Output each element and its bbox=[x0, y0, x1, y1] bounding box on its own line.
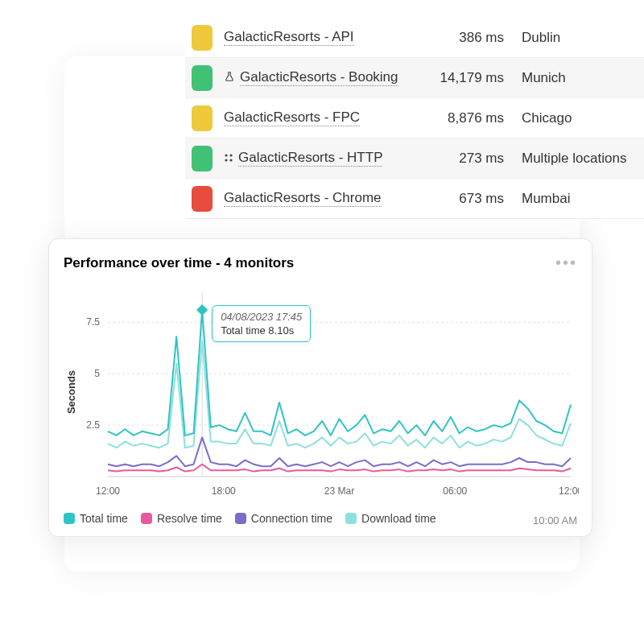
location: Munich bbox=[522, 70, 633, 86]
status-badge bbox=[192, 65, 213, 91]
legend-download-time[interactable]: Download time bbox=[345, 512, 436, 525]
monitor-name-link[interactable]: GalacticResorts - Booking bbox=[240, 69, 398, 86]
more-icon[interactable]: ••• bbox=[555, 254, 577, 272]
table-row[interactable]: GalacticResorts - API 386 ms Dublin bbox=[185, 18, 644, 58]
table-row[interactable]: GalacticResorts - Booking 14,179 ms Muni… bbox=[185, 58, 644, 98]
svg-point-1 bbox=[229, 154, 232, 156]
status-badge bbox=[192, 146, 213, 171]
location: Dublin bbox=[522, 30, 633, 46]
status-badge bbox=[192, 25, 213, 51]
svg-text:Seconds: Seconds bbox=[65, 370, 77, 414]
tooltip-value: Total time 8.10s bbox=[221, 324, 302, 336]
response-time: 8,876 ms bbox=[433, 110, 522, 126]
svg-point-2 bbox=[225, 159, 227, 161]
monitor-name-link[interactable]: GalacticResorts - HTTP bbox=[238, 150, 382, 167]
table-row[interactable]: GalacticResorts - Chrome 673 ms Mumbai bbox=[185, 179, 644, 219]
monitor-name-link[interactable]: GalacticResorts - Chrome bbox=[224, 190, 382, 207]
response-time: 673 ms bbox=[433, 191, 522, 207]
svg-text:7.5: 7.5 bbox=[86, 316, 100, 328]
svg-text:12:00: 12:00 bbox=[559, 485, 579, 497]
svg-text:23 Mar: 23 Mar bbox=[324, 485, 354, 497]
response-time: 14,179 ms bbox=[433, 70, 522, 86]
location: Mumbai bbox=[522, 191, 633, 207]
timestamp: 10:00 AM bbox=[533, 514, 577, 526]
response-time: 386 ms bbox=[433, 30, 522, 46]
legend-total-time[interactable]: Total time bbox=[64, 512, 128, 525]
monitor-name-link[interactable]: GalacticResorts - FPC bbox=[224, 109, 360, 126]
table-row[interactable]: GalacticResorts - FPC 8,876 ms Chicago bbox=[185, 98, 644, 138]
chart-tooltip: 04/08/2023 17:45 Total time 8.10s bbox=[212, 305, 311, 342]
status-badge bbox=[192, 186, 213, 212]
performance-chart[interactable]: 2.557.512:0018:0023 Mar06:0012:00Seconds bbox=[64, 283, 579, 501]
svg-text:12:00: 12:00 bbox=[96, 485, 120, 497]
legend-connection-time[interactable]: Connection time bbox=[235, 512, 332, 525]
location: Chicago bbox=[522, 110, 633, 126]
monitors-table: GalacticResorts - API 386 ms Dublin Gala… bbox=[185, 18, 644, 219]
svg-rect-18 bbox=[196, 304, 208, 316]
flask-icon bbox=[224, 70, 235, 86]
location: Multiple locations bbox=[522, 151, 633, 167]
chart-area[interactable]: 2.557.512:0018:0023 Mar06:0012:00Seconds… bbox=[64, 283, 577, 501]
svg-text:18:00: 18:00 bbox=[212, 485, 236, 497]
svg-text:2.5: 2.5 bbox=[86, 419, 100, 431]
svg-text:06:00: 06:00 bbox=[443, 485, 467, 497]
grid-icon bbox=[224, 151, 233, 167]
card-title: Performance over time - 4 monitors bbox=[64, 255, 294, 271]
svg-point-0 bbox=[225, 154, 227, 156]
svg-point-3 bbox=[229, 159, 232, 161]
legend-resolve-time[interactable]: Resolve time bbox=[141, 512, 222, 525]
chart-card: Performance over time - 4 monitors ••• 2… bbox=[48, 238, 592, 537]
response-time: 273 ms bbox=[433, 151, 522, 167]
status-badge bbox=[192, 105, 213, 131]
table-row[interactable]: GalacticResorts - HTTP 273 ms Multiple l… bbox=[185, 138, 644, 179]
monitor-name-link[interactable]: GalacticResorts - API bbox=[224, 29, 354, 46]
svg-text:5: 5 bbox=[94, 368, 100, 379]
chart-legend: Total time Resolve time Connection time … bbox=[64, 512, 577, 525]
tooltip-date: 04/08/2023 17:45 bbox=[221, 311, 302, 323]
